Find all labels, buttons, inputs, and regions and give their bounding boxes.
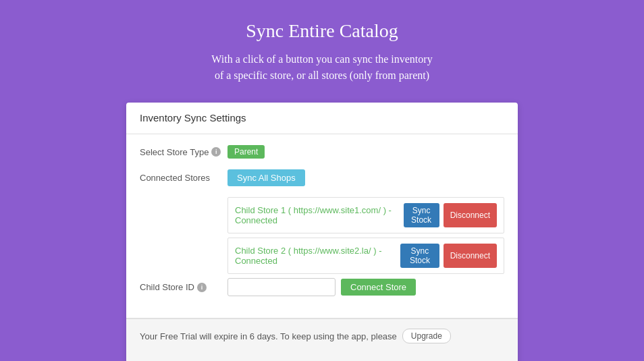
child-store-id-label: Child Store ID i bbox=[140, 282, 227, 292]
store-2-name: Child Store 2 ( https://www.site2.la/ ) … bbox=[235, 246, 400, 266]
sync-stock-button-2[interactable]: Sync Stock bbox=[400, 244, 439, 268]
store-type-badge: Parent bbox=[227, 145, 265, 159]
connected-stores-label: Connected Stores bbox=[140, 173, 227, 183]
child-store-id-input[interactable] bbox=[227, 278, 336, 296]
store-type-label: Select Store Type i bbox=[140, 147, 227, 157]
card-extra-space bbox=[126, 353, 518, 361]
footer-trial-text: Your Free Trial will expire in 6 days. T… bbox=[140, 331, 397, 341]
store-row-2: Child Store 2 ( https://www.site2.la/ ) … bbox=[227, 238, 504, 274]
inventory-sync-card: Inventory Sync Settings Select Store Typ… bbox=[126, 103, 518, 361]
child-store-id-row: Child Store ID i Connect Store bbox=[140, 278, 504, 296]
store-1-actions: Sync Stock Disconnect bbox=[404, 203, 497, 227]
sync-stock-button-1[interactable]: Sync Stock bbox=[404, 203, 439, 227]
disconnect-button-2[interactable]: Disconnect bbox=[444, 244, 497, 268]
page-title: Sync Entire Catalog bbox=[246, 20, 398, 42]
card-header: Inventory Sync Settings bbox=[126, 103, 518, 134]
sync-all-shops-button[interactable]: Sync All Shops bbox=[227, 169, 305, 186]
card-footer: Your Free Trial will expire in 6 days. T… bbox=[126, 318, 518, 353]
store-type-info-icon[interactable]: i bbox=[211, 147, 221, 157]
page-subtitle: With a click of a button you can sync th… bbox=[211, 51, 432, 84]
upgrade-button[interactable]: Upgrade bbox=[402, 329, 451, 343]
card-header-title: Inventory Sync Settings bbox=[140, 112, 246, 123]
store-type-row: Select Store Type i Parent bbox=[140, 145, 504, 159]
store-2-actions: Sync Stock Disconnect bbox=[400, 244, 497, 268]
store-1-name: Child Store 1 ( https://www.site1.com/ )… bbox=[235, 205, 404, 225]
disconnect-button-1[interactable]: Disconnect bbox=[444, 203, 497, 227]
store-row-1: Child Store 1 ( https://www.site1.com/ )… bbox=[227, 197, 504, 233]
connect-store-button[interactable]: Connect Store bbox=[341, 279, 416, 296]
connected-stores-row: Connected Stores Sync All Shops bbox=[140, 169, 504, 186]
stores-list: Child Store 1 ( https://www.site1.com/ )… bbox=[227, 197, 504, 274]
child-store-id-info-icon[interactable]: i bbox=[197, 283, 207, 292]
card-body: Select Store Type i Parent Connected Sto… bbox=[126, 134, 518, 318]
